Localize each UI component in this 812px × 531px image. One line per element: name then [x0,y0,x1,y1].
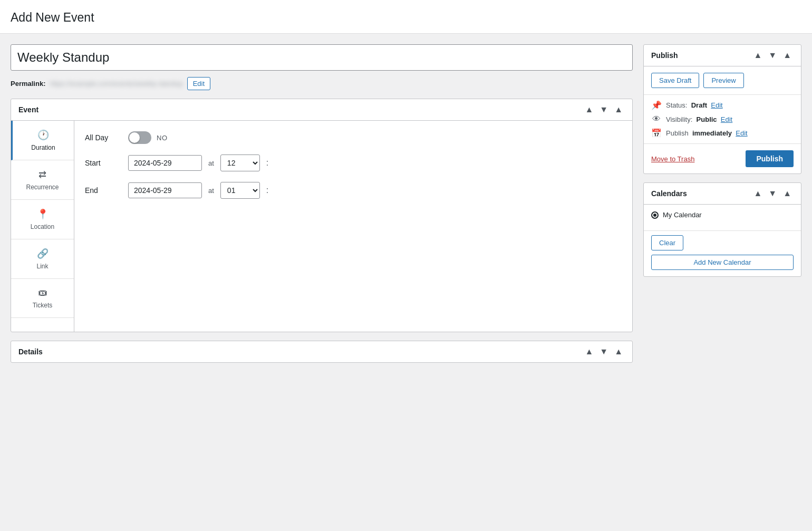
publish-header-controls: ▲ ▼ ▲ [751,50,794,61]
event-panel-toggle[interactable]: ▲ [612,104,625,115]
calendars-body: My Calendar [644,205,801,230]
calendars-box: Calendars ▲ ▼ ▲ My Calendar Clear Add [643,182,801,277]
visibility-edit-link[interactable]: Edit [721,115,732,123]
tickets-icon: 🎟 [38,287,47,298]
details-title: Details [18,347,43,356]
page-title: Add New Event [0,0,812,34]
details-metabox: Details ▲ ▼ ▲ [11,341,633,363]
publish-toggle[interactable]: ▲ [781,50,794,61]
toggle-track [128,131,151,144]
move-to-trash-link[interactable]: Move to Trash [651,155,694,163]
tab-tickets[interactable]: 🎟 Tickets [11,279,74,318]
end-hour-select[interactable]: 01 02 12 [220,182,260,199]
allday-group: NO [128,131,168,144]
publish-button[interactable]: Publish [746,150,794,167]
start-row: Start at 12 01 02 : [85,155,622,171]
preview-button[interactable]: Preview [703,73,743,88]
start-at-text: at [208,159,214,167]
visibility-icon: 👁 [651,114,662,124]
visibility-row: 👁 Visibility: Public Edit [651,114,794,124]
calendar-item-my-calendar[interactable]: My Calendar [651,211,794,219]
calendars-header: Calendars ▲ ▼ ▲ [644,183,801,205]
status-text: Status: Draft Edit [666,101,723,109]
publish-box: Publish ▲ ▼ ▲ Save Draft Preview 📌 [643,44,801,174]
status-row: 📌 Status: Draft Edit [651,100,794,110]
tab-recurrence[interactable]: ⇄ Recurrence [11,160,74,200]
permalink-edit-button[interactable]: Edit [187,77,210,90]
publish-footer: Move to Trash Publish [644,144,801,173]
calendar-icon: 📅 [651,128,662,138]
publish-collapse-down[interactable]: ▼ [766,50,779,61]
details-collapse-down[interactable]: ▼ [597,346,610,357]
calendars-collapse-down[interactable]: ▼ [766,188,779,199]
end-colon: : [266,186,268,195]
event-metabox-header: Event ▲ ▼ ▲ [11,99,632,121]
publish-collapse-up[interactable]: ▲ [751,50,764,61]
tab-location-label: Location [31,223,54,230]
event-metabox-title: Event [18,105,38,114]
details-collapse-up[interactable]: ▲ [583,346,595,357]
allday-label: All Day [85,133,122,142]
publish-time-text: Publish immediately Edit [666,129,748,137]
event-content-duration: All Day NO Start [74,121,632,332]
allday-row: All Day NO [85,131,622,144]
event-panel-collapse-up[interactable]: ▲ [583,104,595,115]
tab-duration[interactable]: 🕐 Duration [11,121,74,160]
event-metabox-controls: ▲ ▼ ▲ [583,104,625,115]
publish-header: Publish ▲ ▼ ▲ [644,45,801,66]
calendars-controls: ▲ ▼ ▲ [751,188,794,199]
add-new-calendar-button[interactable]: Add New Calendar [651,255,794,270]
permalink-label: Permalink: [11,80,45,88]
start-hour-select[interactable]: 12 01 02 [220,155,260,171]
start-label: Start [85,159,122,167]
end-row: End at 01 02 12 : [85,182,622,199]
allday-no-label: NO [157,134,168,142]
permalink-url: https://example.com/events/weekly-standu… [50,80,182,88]
end-date-input[interactable] [128,182,202,198]
clear-button[interactable]: Clear [651,235,683,250]
status-icon: 📌 [651,100,662,110]
event-tabs: 🕐 Duration ⇄ Recurrence 📍 Location � [11,121,74,332]
event-panel-collapse-down[interactable]: ▼ [597,104,610,115]
start-colon: : [266,158,268,168]
tab-recurrence-label: Recurrence [26,184,59,191]
publish-meta: 📌 Status: Draft Edit 👁 Visibility: Publi… [644,95,801,144]
calendar-label: My Calendar [663,211,702,219]
location-icon: 📍 [37,208,49,220]
visibility-text: Visibility: Public Edit [666,115,732,123]
calendars-title: Calendars [651,189,687,198]
allday-toggle[interactable] [128,131,151,144]
tab-duration-label: Duration [31,144,55,151]
permalink-row: Permalink: https://example.com/events/we… [11,77,633,90]
end-label: End [85,186,122,195]
tab-link-label: Link [36,263,48,270]
tab-tickets-label: Tickets [33,302,53,309]
publish-time-row: 📅 Publish immediately Edit [651,128,794,138]
publish-title: Publish [651,51,678,60]
end-at-text: at [208,187,214,195]
clock-icon: 🕐 [37,129,49,141]
event-metabox: Event ▲ ▼ ▲ 🕐 Duration [11,99,633,332]
publish-actions: Save Draft Preview [644,66,801,95]
details-controls: ▲ ▼ ▲ [583,346,625,357]
details-header: Details ▲ ▼ ▲ [11,341,632,362]
recurrence-icon: ⇄ [38,169,46,180]
calendars-footer: Clear Add New Calendar [644,230,801,276]
calendar-radio [651,211,659,219]
event-panel-body: 🕐 Duration ⇄ Recurrence 📍 Location � [11,121,632,332]
tab-location[interactable]: 📍 Location [11,200,74,239]
start-date-input[interactable] [128,155,202,171]
event-title-input[interactable] [11,44,633,71]
publish-time-edit-link[interactable]: Edit [736,129,747,137]
tab-link[interactable]: 🔗 Link [11,239,74,279]
calendars-collapse-up[interactable]: ▲ [751,188,764,199]
calendars-toggle[interactable]: ▲ [781,188,794,199]
link-icon: 🔗 [37,248,49,259]
status-edit-link[interactable]: Edit [711,101,722,109]
save-draft-button[interactable]: Save Draft [651,73,699,88]
details-toggle[interactable]: ▲ [612,346,625,357]
